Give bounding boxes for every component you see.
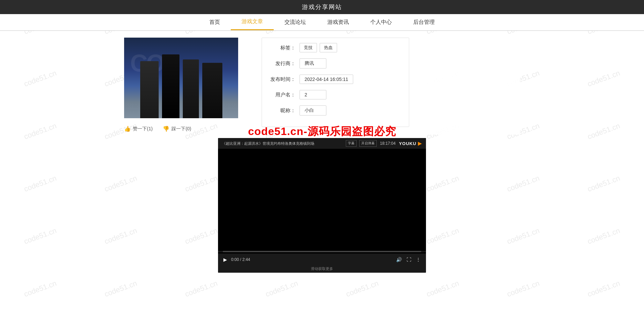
site-header: 游戏分享网站 — [0, 0, 644, 14]
publish-time-row: 发布时间： 2022-04-14 16:05:11 — [269, 75, 402, 84]
nav-item-profile[interactable]: 个人中心 — [360, 14, 402, 30]
username-value: 2 — [300, 90, 326, 99]
main-content: CO 👍 赞一下(1) 👎 踩 — [0, 31, 644, 135]
tags-row: 标签： 竞技 热血 — [269, 43, 402, 52]
tag-box: 竞技 热血 — [300, 43, 337, 52]
video-screen[interactable] — [218, 149, 426, 250]
main-nav: 首页 游戏文章 交流论坛 游戏资讯 个人中心 后台管理 — [0, 14, 644, 31]
nav-item-home[interactable]: 首页 — [199, 14, 231, 30]
settings-icon[interactable]: 开启弹幕 — [359, 140, 377, 147]
publisher-value: 腾讯 — [300, 58, 326, 69]
dislike-button[interactable]: 👎 踩一下(0) — [163, 126, 191, 132]
publish-time-value: 2022-04-14 16:05:11 — [300, 75, 353, 84]
progress-row — [218, 251, 426, 252]
publisher-label: 发行商： — [269, 60, 296, 67]
tags-label: 标签： — [269, 45, 296, 51]
like-button[interactable]: 👍 赞一下(1) — [124, 126, 153, 132]
video-title: 《超比亚洲：起源洪水》世境克约布特洛奥体克格镇到场 — [222, 141, 314, 146]
video-timestamp: 18:17:04 — [380, 141, 396, 146]
figure-group — [124, 51, 238, 118]
figure-char-2 — [162, 54, 179, 118]
username-label: 用户名： — [269, 92, 296, 98]
nav-item-articles[interactable]: 游戏文章 — [231, 14, 274, 30]
thumbs-down-icon: 👎 — [163, 126, 169, 132]
video-top-bar: 《超比亚洲：起源洪水》世境克约布特洛奥体克格镇到场 字幕 开启弹幕 18:17:… — [218, 138, 426, 149]
info-panel: 标签： 竞技 热血 发行商： 腾讯 发布时间： 2022-04-14 16:05… — [262, 38, 409, 127]
progress-bar[interactable] — [223, 251, 421, 252]
nav-item-admin[interactable]: 后台管理 — [402, 14, 445, 30]
video-section: 《超比亚洲：起源洪水》世境克约布特洛奥体克格镇到场 字幕 开启弹幕 18:17:… — [0, 138, 644, 273]
likes-area: 👍 赞一下(1) 👎 踩一下(0) — [124, 123, 252, 135]
publish-time-label: 发布时间： — [269, 76, 296, 83]
more-options-button[interactable]: ⋮ — [415, 256, 421, 263]
tag-competitive: 竞技 — [300, 43, 317, 52]
volume-button[interactable]: 🔊 — [395, 256, 402, 263]
nav-item-news[interactable]: 游戏资讯 — [317, 14, 360, 30]
content-wrapper: CO 👍 赞一下(1) 👎 踩 — [124, 38, 520, 135]
nickname-row: 昵称： 小白 — [269, 105, 402, 116]
nickname-label: 昵称： — [269, 107, 296, 114]
subtitles-icon[interactable]: 字幕 — [346, 140, 357, 147]
video-top-right: 字幕 开启弹幕 18:17:04 YOUKU ▶ — [346, 140, 422, 147]
publisher-row: 发行商： 腾讯 — [269, 58, 402, 69]
dislike-label: 踩一下(0) — [171, 126, 191, 132]
site-title: 游戏分享网站 — [302, 3, 342, 11]
username-row: 用户名： 2 — [269, 90, 402, 99]
tag-blood: 热血 — [320, 43, 337, 52]
play-button[interactable]: ▶ — [223, 256, 228, 263]
progress-hint: 滑动获取更多 — [218, 266, 426, 273]
right-info-panel: 标签： 竞技 热血 发行商： 腾讯 发布时间： 2022-04-14 16:05… — [252, 38, 520, 135]
figure-char-4 — [202, 63, 222, 118]
top-bar-icons: 字幕 开启弹幕 — [346, 140, 377, 147]
nickname-value: 小白 — [300, 105, 326, 116]
nav-item-forum[interactable]: 交流论坛 — [274, 14, 317, 30]
left-column: CO 👍 赞一下(1) 👎 踩 — [124, 38, 252, 135]
figure-char-3 — [183, 59, 199, 118]
youku-logo: YOUKU ▶ — [399, 141, 422, 146]
like-label: 赞一下(1) — [133, 126, 153, 132]
game-image-bg: CO — [124, 38, 238, 118]
video-controls: ▶ 0:00 / 2:44 🔊 ⛶ ⋮ — [218, 254, 426, 266]
video-wrapper[interactable]: 《超比亚洲：起源洪水》世境克约布特洛奥体克格镇到场 字幕 开启弹幕 18:17:… — [218, 138, 426, 273]
youku-arrow-icon: ▶ — [418, 141, 422, 146]
fullscreen-button[interactable]: ⛶ — [406, 256, 412, 263]
thumbs-up-icon: 👍 — [124, 126, 131, 132]
time-display: 0:00 / 2:44 — [231, 257, 250, 262]
figure-char-1 — [140, 61, 159, 118]
game-image-box: CO — [124, 38, 238, 118]
